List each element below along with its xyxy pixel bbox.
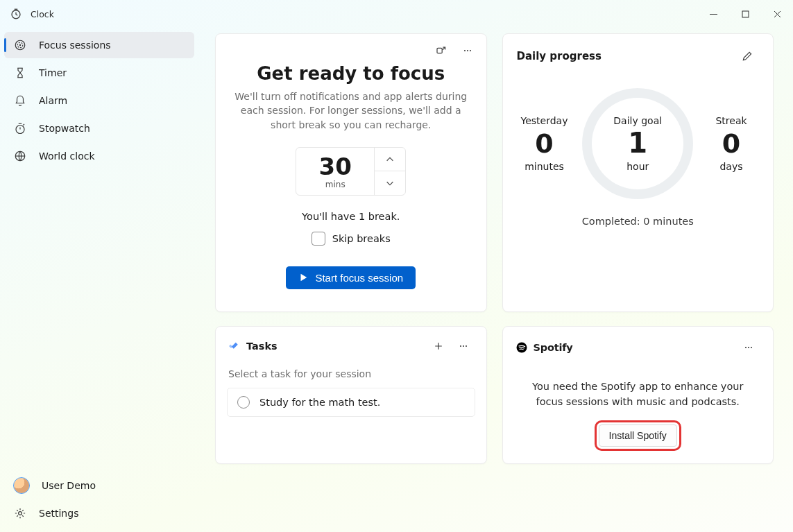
spotify-icon <box>515 341 528 354</box>
start-focus-session-button[interactable]: Start focus session <box>286 266 416 289</box>
goal-unit: hour <box>613 161 662 172</box>
yesterday-unit: minutes <box>520 161 570 172</box>
sidebar-item-label: World clock <box>39 151 95 162</box>
svg-point-7 <box>19 512 22 515</box>
daily-goal-ring: Daily goal 1 hour <box>582 88 693 199</box>
task-item[interactable]: Study for the math test. <box>227 388 475 417</box>
focus-duration-picker: 30 mins <box>231 147 471 196</box>
titlebar: Clock <box>0 0 793 28</box>
sidebar-item-label: Settings <box>39 508 78 519</box>
svg-point-9 <box>463 50 465 51</box>
yesterday-value: 0 <box>520 130 570 157</box>
sidebar-item-stopwatch[interactable]: Stopwatch <box>4 115 194 141</box>
tasks-select-prompt: Select a task for your session <box>228 368 475 379</box>
svg-rect-8 <box>437 48 442 53</box>
svg-point-12 <box>459 345 461 347</box>
sidebar-item-label: Focus sessions <box>39 40 111 51</box>
streak-stat: Streak 0 days <box>706 115 756 172</box>
sidebar-user-label: User Demo <box>42 480 96 491</box>
spotify-body-text: You need the Spotify app to enhance your… <box>527 379 749 410</box>
tasks-more-button[interactable] <box>452 335 475 357</box>
tasks-card: Tasks Select a task for your session Stu… <box>215 326 487 465</box>
window-close-button[interactable] <box>761 0 793 28</box>
sidebar-item-timer[interactable]: Timer <box>4 60 194 86</box>
focus-duration-value: 30 <box>319 155 352 178</box>
svg-rect-1 <box>742 11 749 17</box>
task-complete-radio[interactable] <box>237 396 250 409</box>
sidebar-item-alarm[interactable]: Alarm <box>4 87 194 114</box>
yesterday-stat: Yesterday 0 minutes <box>520 115 570 172</box>
more-icon <box>458 341 469 352</box>
task-label: Study for the math test. <box>259 397 380 408</box>
sidebar-item-focus-sessions[interactable]: Focus sessions <box>4 32 194 58</box>
app-title: Clock <box>31 9 54 19</box>
svg-point-11 <box>469 50 470 51</box>
focus-duration-unit: mins <box>325 180 346 189</box>
install-spotify-label: Install Spotify <box>609 430 667 441</box>
streak-label: Streak <box>706 115 756 126</box>
spotify-title: Spotify <box>534 342 573 353</box>
main-content: Get ready to focus We'll turn off notifi… <box>198 28 793 532</box>
skip-breaks-label: Skip breaks <box>332 233 391 244</box>
daily-progress-title: Daily progress <box>517 50 602 62</box>
world-clock-icon <box>14 150 26 162</box>
daily-progress-card: Daily progress Yesterday 0 minutes Dai <box>502 33 774 312</box>
alarm-icon <box>14 94 26 107</box>
tasks-title: Tasks <box>246 341 278 352</box>
focus-break-note: You'll have 1 break. <box>231 211 471 222</box>
expand-icon[interactable] <box>429 40 453 62</box>
streak-unit: days <box>706 161 756 172</box>
todo-icon <box>227 340 239 352</box>
sidebar-item-label: Timer <box>39 67 67 78</box>
start-focus-label: Start focus session <box>315 272 403 284</box>
skip-breaks-checkbox[interactable] <box>312 232 325 246</box>
install-spotify-button[interactable]: Install Spotify <box>599 424 677 447</box>
sidebar: Focus sessions Timer Alarm <box>0 28 198 532</box>
window-minimize-button[interactable] <box>697 0 729 28</box>
plus-icon <box>433 341 444 352</box>
pencil-icon <box>742 51 753 62</box>
play-icon <box>298 273 308 282</box>
edit-progress-button[interactable] <box>735 45 759 67</box>
svg-point-14 <box>465 345 466 347</box>
svg-point-10 <box>466 50 468 51</box>
sidebar-item-world-clock[interactable]: World clock <box>4 143 194 169</box>
duration-increase-button[interactable] <box>375 148 405 171</box>
focus-heading: Get ready to focus <box>231 63 471 84</box>
svg-point-18 <box>751 347 752 348</box>
svg-point-4 <box>19 44 21 46</box>
more-icon[interactable] <box>456 40 479 62</box>
svg-point-17 <box>748 347 749 348</box>
timer-icon <box>14 67 26 79</box>
streak-value: 0 <box>706 130 756 157</box>
focus-session-card: Get ready to focus We'll turn off notifi… <box>215 33 487 312</box>
spotify-card: Spotify You need the Spotify app to enha… <box>502 326 774 465</box>
sidebar-account[interactable]: User Demo <box>4 472 194 499</box>
avatar <box>14 478 29 493</box>
sidebar-item-label: Alarm <box>39 95 67 106</box>
focus-sessions-icon <box>14 39 26 51</box>
app-icon <box>10 8 22 20</box>
goal-value: 1 <box>613 129 662 157</box>
gear-icon <box>14 507 26 520</box>
stopwatch-icon <box>14 122 26 135</box>
focus-duration-display[interactable]: 30 mins <box>296 148 374 195</box>
progress-completed: Completed: 0 minutes <box>517 216 760 227</box>
window-maximize-button[interactable] <box>729 0 761 28</box>
yesterday-label: Yesterday <box>520 115 570 126</box>
sidebar-item-settings[interactable]: Settings <box>4 500 194 526</box>
focus-subtitle: We'll turn off notifications and app ale… <box>231 89 471 132</box>
svg-point-16 <box>745 347 747 348</box>
more-icon <box>743 342 754 353</box>
spotify-more-button[interactable] <box>737 336 760 359</box>
goal-label: Daily goal <box>613 115 662 126</box>
sidebar-item-label: Stopwatch <box>39 123 90 134</box>
duration-decrease-button[interactable] <box>375 171 405 195</box>
add-task-button[interactable] <box>427 335 450 357</box>
svg-point-13 <box>462 345 463 347</box>
